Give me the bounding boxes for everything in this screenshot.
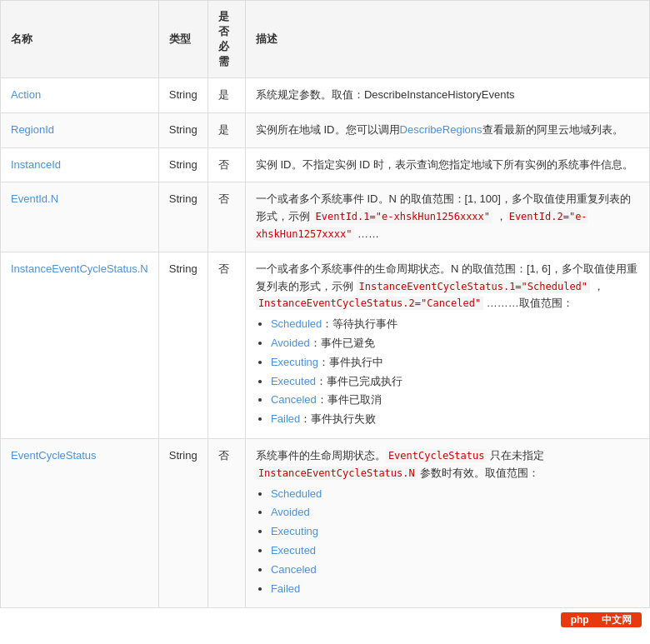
table-row: Action String 是 系统规定参数。取值：DescribeInstan… bbox=[1, 78, 650, 113]
table-row: EventCycleStatus String 否 系统事件的生命周期状态。Ev… bbox=[1, 438, 650, 607]
cycle-status-list: Scheduled Avoided Executing Executed Can… bbox=[271, 486, 639, 598]
param-name: Action bbox=[1, 78, 159, 113]
param-required: 否 bbox=[208, 252, 245, 438]
col-header-description: 描述 bbox=[245, 1, 649, 78]
list-item: Scheduled：等待执行事件 bbox=[271, 316, 639, 333]
param-description: 系统事件的生命周期状态。EventCycleStatus 只在未指定 Insta… bbox=[245, 438, 649, 607]
col-header-name: 名称 bbox=[1, 1, 159, 78]
list-item: Scheduled bbox=[271, 486, 639, 503]
list-item: Executing：事件执行中 bbox=[271, 354, 639, 372]
param-description: 一个或者多个系统事件 ID。N 的取值范围：[1, 100]，多个取值使用重复列… bbox=[245, 182, 649, 252]
param-name: InstanceEventCycleStatus.N bbox=[1, 252, 159, 438]
param-required: 否 bbox=[208, 182, 245, 252]
param-name: EventCycleStatus bbox=[1, 438, 159, 607]
param-type: String bbox=[158, 182, 208, 252]
param-name: EventId.N bbox=[1, 182, 159, 252]
param-type: String bbox=[158, 78, 208, 113]
list-item: Canceled bbox=[271, 562, 639, 579]
param-required: 否 bbox=[208, 147, 245, 182]
api-params-table: 名称 类型 是否必需 描述 Action String 是 系统规定参数。取值：… bbox=[0, 0, 650, 608]
param-description: 一个或者多个系统事件的生命周期状态。N 的取值范围：[1, 6]，多个取值使用重… bbox=[245, 252, 649, 438]
param-type: String bbox=[158, 112, 208, 147]
list-item: Failed bbox=[271, 581, 639, 598]
list-item: Avoided：事件已避免 bbox=[271, 335, 639, 352]
list-item: Failed：事件执行失败 bbox=[271, 411, 639, 428]
footer: php 中文网 bbox=[0, 608, 650, 632]
list-item: Executing bbox=[271, 523, 639, 541]
param-name: InstanceId bbox=[1, 147, 159, 182]
code-example1: EventId.1="e-xhskHun1256xxxx" bbox=[313, 210, 493, 223]
code-cycle-status: EventCycleStatus bbox=[386, 449, 488, 462]
param-required: 否 bbox=[208, 438, 245, 607]
param-required: 是 bbox=[208, 112, 245, 147]
col-header-type: 类型 bbox=[158, 1, 208, 78]
param-name-link[interactable]: InstanceId bbox=[11, 158, 61, 171]
param-name-link[interactable]: InstanceEventCycleStatus.N bbox=[11, 262, 148, 275]
param-name-link[interactable]: Action bbox=[11, 88, 41, 101]
param-description: 实例所在地域 ID。您可以调用DescribeRegions查看最新的阿里云地域… bbox=[245, 112, 649, 147]
table-row: InstanceEventCycleStatus.N String 否 一个或者… bbox=[1, 252, 650, 438]
table-row: EventId.N String 否 一个或者多个系统事件 ID。N 的取值范围… bbox=[1, 182, 650, 252]
param-description: 系统规定参数。取值：DescribeInstanceHistoryEvents bbox=[245, 78, 649, 113]
param-type: String bbox=[158, 438, 208, 607]
list-item: Canceled：事件已取消 bbox=[271, 392, 639, 409]
list-item: Avoided bbox=[271, 504, 639, 522]
status-list: Scheduled：等待执行事件 Avoided：事件已避免 Executing… bbox=[271, 316, 639, 428]
param-type: String bbox=[158, 252, 208, 438]
table-row: RegionId String 是 实例所在地域 ID。您可以调用Describ… bbox=[1, 112, 650, 147]
list-item: Executed bbox=[271, 542, 639, 560]
code-status2: InstanceEventCycleStatus.2="Canceled" bbox=[256, 297, 483, 310]
param-description: 实例 ID。不指定实例 ID 时，表示查询您指定地域下所有实例的系统事件信息。 bbox=[245, 147, 649, 182]
code-status1: InstanceEventCycleStatus.1="Scheduled" bbox=[357, 280, 591, 293]
code-instance-status: InstanceEventCycleStatus.N bbox=[256, 467, 418, 480]
param-name-link[interactable]: RegionId bbox=[11, 123, 54, 136]
param-name-link[interactable]: EventId.N bbox=[11, 192, 58, 205]
footer-logo-badge: php 中文网 bbox=[561, 612, 642, 627]
describe-regions-link[interactable]: DescribeRegions bbox=[400, 123, 482, 136]
table-row: InstanceId String 否 实例 ID。不指定实例 ID 时，表示查… bbox=[1, 147, 650, 182]
col-header-required: 是否必需 bbox=[208, 1, 245, 78]
list-item: Executed：事件已完成执行 bbox=[271, 373, 639, 391]
param-name: RegionId bbox=[1, 112, 159, 147]
param-type: String bbox=[158, 147, 208, 182]
param-name-link[interactable]: EventCycleStatus bbox=[11, 449, 97, 462]
param-required: 是 bbox=[208, 78, 245, 113]
